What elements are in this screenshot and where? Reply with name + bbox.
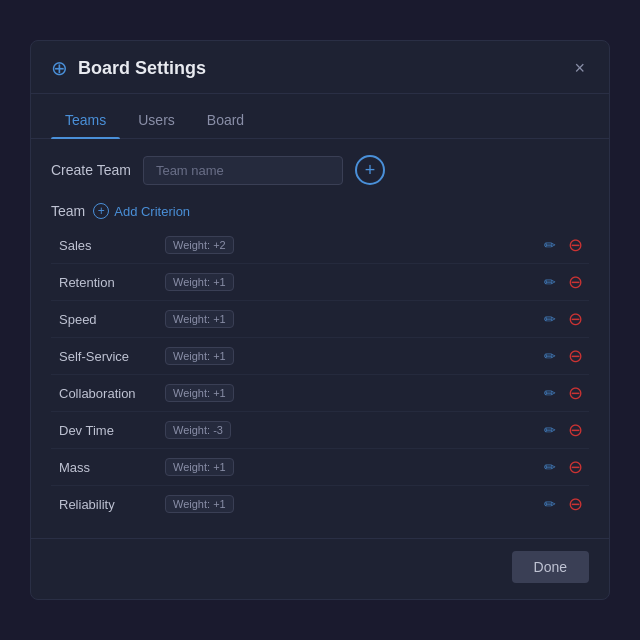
criterion-name: Reliability — [59, 497, 159, 512]
criterion-actions: ✏ ⊖ — [542, 308, 585, 330]
criterion-row: Speed Weight: +1 ✏ ⊖ — [51, 301, 589, 338]
weight-badge: Weight: +2 — [165, 236, 234, 254]
criterion-actions: ✏ ⊖ — [542, 345, 585, 367]
create-team-label: Create Team — [51, 162, 131, 178]
criterion-row: Mass Weight: +1 ✏ ⊖ — [51, 449, 589, 486]
modal-header-icon: ⊕ — [51, 58, 68, 78]
edit-criterion-button[interactable]: ✏ — [542, 235, 558, 255]
weight-badge: Weight: +1 — [165, 458, 234, 476]
criterion-row: Sales Weight: +2 ✏ ⊖ — [51, 227, 589, 264]
remove-criterion-button[interactable]: ⊖ — [566, 382, 585, 404]
criterion-row: Reliability Weight: +1 ✏ ⊖ — [51, 486, 589, 522]
weight-badge: Weight: +1 — [165, 273, 234, 291]
add-criterion-label: Add Criterion — [114, 204, 190, 219]
modal-footer: Done — [31, 538, 609, 599]
criterion-row: Collaboration Weight: +1 ✏ ⊖ — [51, 375, 589, 412]
criterion-name: Sales — [59, 238, 159, 253]
tab-teams[interactable]: Teams — [51, 106, 120, 138]
tab-users[interactable]: Users — [124, 106, 189, 138]
criterion-row: Retention Weight: +1 ✏ ⊖ — [51, 264, 589, 301]
criterion-name: Retention — [59, 275, 159, 290]
remove-criterion-button[interactable]: ⊖ — [566, 493, 585, 515]
weight-badge: Weight: +1 — [165, 495, 234, 513]
add-criterion-button[interactable]: + Add Criterion — [93, 203, 190, 219]
criterion-actions: ✏ ⊖ — [542, 382, 585, 404]
criterion-row: Dev Time Weight: -3 ✏ ⊖ — [51, 412, 589, 449]
remove-criterion-button[interactable]: ⊖ — [566, 456, 585, 478]
edit-criterion-button[interactable]: ✏ — [542, 346, 558, 366]
weight-badge: Weight: +1 — [165, 310, 234, 328]
close-button[interactable]: × — [570, 57, 589, 79]
criterion-name: Self-Service — [59, 349, 159, 364]
team-name-input[interactable] — [143, 156, 343, 185]
criterion-row: Self-Service Weight: +1 ✏ ⊖ — [51, 338, 589, 375]
tab-board[interactable]: Board — [193, 106, 258, 138]
done-button[interactable]: Done — [512, 551, 589, 583]
edit-criterion-button[interactable]: ✏ — [542, 383, 558, 403]
remove-criterion-button[interactable]: ⊖ — [566, 419, 585, 441]
edit-criterion-button[interactable]: ✏ — [542, 494, 558, 514]
criterion-actions: ✏ ⊖ — [542, 419, 585, 441]
remove-criterion-button[interactable]: ⊖ — [566, 271, 585, 293]
modal-title: Board Settings — [78, 58, 560, 79]
criterion-actions: ✏ ⊖ — [542, 234, 585, 256]
criterion-list: Sales Weight: +2 ✏ ⊖ Retention Weight: +… — [51, 227, 589, 522]
weight-badge: Weight: +1 — [165, 347, 234, 365]
criterion-name: Collaboration — [59, 386, 159, 401]
edit-criterion-button[interactable]: ✏ — [542, 309, 558, 329]
criterion-actions: ✏ ⊖ — [542, 493, 585, 515]
edit-criterion-button[interactable]: ✏ — [542, 457, 558, 477]
add-team-button[interactable]: + — [355, 155, 385, 185]
board-settings-modal: ⊕ Board Settings × Teams Users Board Cre… — [30, 40, 610, 600]
remove-criterion-button[interactable]: ⊖ — [566, 308, 585, 330]
modal-body: Create Team + Team + Add Criterion Sales… — [31, 139, 609, 538]
criterion-name: Dev Time — [59, 423, 159, 438]
edit-criterion-button[interactable]: ✏ — [542, 272, 558, 292]
team-section-header: Team + Add Criterion — [51, 203, 589, 219]
criterion-actions: ✏ ⊖ — [542, 271, 585, 293]
tab-bar: Teams Users Board — [31, 94, 609, 139]
criterion-actions: ✏ ⊖ — [542, 456, 585, 478]
add-criterion-plus-icon: + — [93, 203, 109, 219]
remove-criterion-button[interactable]: ⊖ — [566, 234, 585, 256]
criterion-name: Mass — [59, 460, 159, 475]
criterion-name: Speed — [59, 312, 159, 327]
remove-criterion-button[interactable]: ⊖ — [566, 345, 585, 367]
create-team-row: Create Team + — [51, 155, 589, 185]
modal-header: ⊕ Board Settings × — [31, 41, 609, 94]
weight-badge: Weight: +1 — [165, 384, 234, 402]
weight-badge: Weight: -3 — [165, 421, 231, 439]
edit-criterion-button[interactable]: ✏ — [542, 420, 558, 440]
team-section-label: Team — [51, 203, 85, 219]
